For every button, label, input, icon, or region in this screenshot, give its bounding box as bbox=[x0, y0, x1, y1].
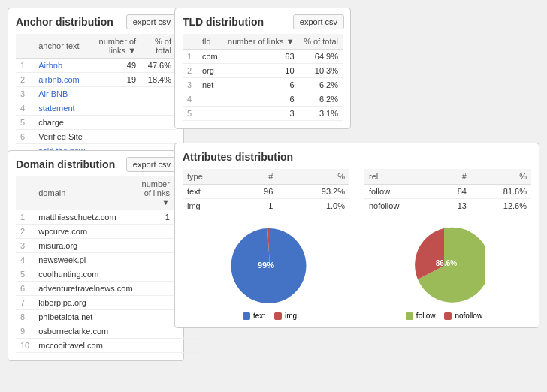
type-pie-chart: 99% bbox=[228, 225, 311, 307]
tld-row: 3 net 6 6.2% bbox=[183, 78, 343, 92]
rel-table: rel # % follow 84 81.6% nofollow 13 12.6… bbox=[364, 169, 531, 213]
anchor-export-btn[interactable]: export csv bbox=[126, 14, 177, 29]
rel-table-section: rel # % follow 84 81.6% nofollow 13 12.6… bbox=[364, 169, 531, 213]
anchor-row: 5 charge bbox=[16, 116, 176, 130]
tld-export-btn[interactable]: export csv bbox=[293, 14, 344, 29]
legend-text-label: text bbox=[253, 312, 265, 320]
rel-chart-container: 86.6% follow nofollow bbox=[403, 225, 485, 320]
type-row: img 1 1.0% bbox=[183, 199, 349, 213]
legend-img: img bbox=[274, 312, 297, 320]
legend-nofollow: nofollow bbox=[444, 312, 482, 320]
legend-nofollow-dot bbox=[444, 312, 452, 320]
anchor-row: 2 airbnb.com 19 18.4% bbox=[16, 73, 176, 87]
legend-nofollow-label: nofollow bbox=[455, 312, 482, 320]
anchor-col-links: number of links ▼ bbox=[94, 34, 141, 59]
legend-text-dot bbox=[243, 312, 250, 320]
domain-col-domain: domain bbox=[34, 176, 137, 210]
rel-pie-chart: 86.6% bbox=[403, 225, 485, 307]
anchor-row: 4 statement bbox=[16, 101, 176, 116]
attributes-title: Attributes distribution bbox=[183, 151, 531, 163]
tld-row: 4 6 6.2% bbox=[183, 92, 343, 107]
anchor-row: 6 Verified Site bbox=[16, 130, 176, 144]
type-row: text 96 93.2% bbox=[183, 185, 349, 199]
rel-col-rel: rel bbox=[364, 169, 437, 185]
legend-img-label: img bbox=[285, 312, 297, 320]
rel-row: follow 84 81.6% bbox=[364, 185, 531, 199]
svg-text:99%: 99% bbox=[258, 261, 274, 270]
tld-row: 1 com 63 64.9% bbox=[183, 50, 343, 64]
domain-col-links: number of links ▼ bbox=[138, 176, 174, 210]
anchor-row: 1 Airbnb 49 47.6% bbox=[16, 59, 176, 73]
svg-text:86.6%: 86.6% bbox=[436, 259, 457, 267]
legend-img-dot bbox=[274, 312, 282, 320]
attributes-tables: type # % text 96 93.2% img 1 1.0% rel # bbox=[183, 169, 531, 213]
rel-col-count: # bbox=[437, 169, 471, 185]
tld-col-tld: tld bbox=[198, 34, 222, 50]
legend-follow: follow bbox=[406, 312, 436, 320]
charts-row: 99% text img 86.6% bbox=[183, 225, 531, 320]
tld-distribution-panel: TLD distribution export csv tld number o… bbox=[174, 8, 351, 129]
anchor-row: 3 Air BNB bbox=[16, 87, 176, 101]
domain-row: 10 mccooitravel.com bbox=[16, 339, 202, 353]
attributes-distribution-panel: Attributes distribution type # % text 96… bbox=[174, 143, 539, 328]
type-chart-legend: text img bbox=[243, 312, 297, 320]
rel-chart-legend: follow nofollow bbox=[406, 312, 482, 320]
tld-table: tld number of links ▼ % of total 1 com 6… bbox=[183, 34, 343, 121]
type-table: type # % text 96 93.2% img 1 1.0% bbox=[183, 169, 349, 213]
domain-distribution-panel: Domain distribution export csv domain nu… bbox=[8, 150, 184, 361]
tld-row: 5 3 3.1% bbox=[183, 107, 343, 121]
tld-row: 2 org 10 10.3% bbox=[183, 64, 343, 78]
rel-col-pct: % bbox=[471, 169, 531, 185]
tld-col-pct: % of total bbox=[299, 34, 343, 50]
rel-row: nofollow 13 12.6% bbox=[364, 199, 531, 213]
anchor-col-text: anchor text bbox=[34, 34, 93, 59]
type-col-pct: % bbox=[277, 169, 349, 185]
legend-follow-dot bbox=[406, 312, 413, 320]
legend-follow-label: follow bbox=[416, 312, 436, 320]
type-col-count: # bbox=[237, 169, 278, 185]
type-col-type: type bbox=[183, 169, 237, 185]
anchor-col-pct: % of total bbox=[141, 34, 176, 59]
type-table-section: type # % text 96 93.2% img 1 1.0% bbox=[183, 169, 349, 213]
tld-col-links: number of links ▼ bbox=[222, 34, 299, 50]
type-chart-container: 99% text img bbox=[228, 225, 311, 320]
domain-export-btn[interactable]: export csv bbox=[126, 157, 177, 172]
legend-text: text bbox=[243, 312, 265, 320]
